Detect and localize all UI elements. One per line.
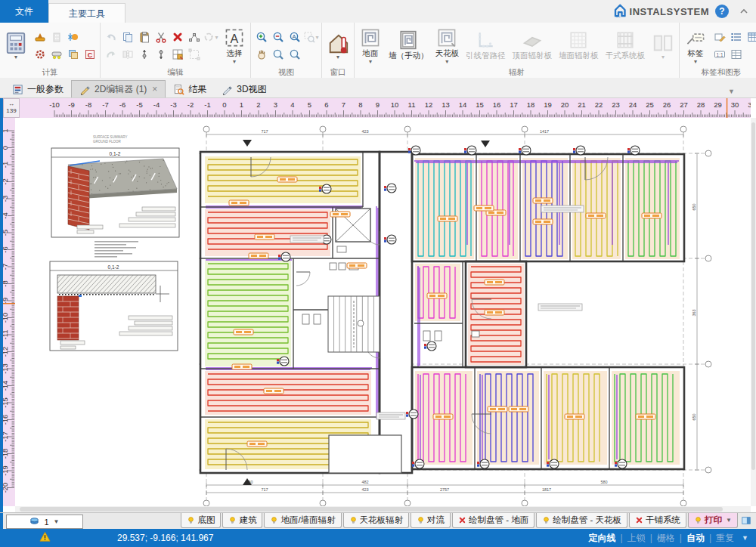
layer-tab-对流[interactable]: 对流 <box>411 513 451 528</box>
svg-text:-5: -5 <box>136 100 142 109</box>
doc-tab-3D视图[interactable]: 3D视图 <box>214 81 274 97</box>
layer-tab-绘制盘管 - 天花板[interactable]: 绘制盘管 - 天花板 <box>536 513 627 528</box>
layer-tab-绘制盘管 - 地面[interactable]: 绘制盘管 - 地面 <box>452 513 534 528</box>
listicon-button[interactable] <box>728 29 744 45</box>
gridicon-button[interactable] <box>728 47 744 63</box>
wallgrid-button[interactable]: 墙面辐射板 <box>556 29 601 62</box>
select-button[interactable]: A选择▾ <box>221 27 248 65</box>
vertical-scrollbar[interactable] <box>751 118 756 506</box>
main-tools-tab[interactable]: 主要工具 <box>48 3 125 23</box>
wallgrid-icon <box>569 30 588 50</box>
svg-text:-3: -3 <box>3 196 9 202</box>
leadpath-button[interactable]: 引线管路径 <box>463 29 508 62</box>
ceilpanel-button[interactable]: 天花板▾ <box>433 27 462 65</box>
window-view-button[interactable]: ▾ <box>324 31 352 60</box>
paste-button[interactable] <box>136 29 152 45</box>
ruler-options-dropdown-icon[interactable]: ▼ <box>728 88 735 95</box>
status-toggle-自动[interactable]: 自动 <box>686 532 705 545</box>
svg-text:14: 14 <box>459 100 467 109</box>
calculate-button[interactable]: ▾ <box>2 31 29 60</box>
delx-button[interactable] <box>169 29 185 45</box>
delx-icon <box>172 31 184 43</box>
mirror-button[interactable] <box>119 47 135 63</box>
layer-tab-干铺系统[interactable]: 干铺系统 <box>629 513 686 528</box>
alignh-button[interactable] <box>153 47 169 63</box>
smallpanel-button[interactable]: ▾ <box>649 31 677 60</box>
layer-tab-地面/墙面辐射[interactable]: 地面/墙面辐射 <box>264 513 341 528</box>
warning-icon[interactable] <box>39 531 51 545</box>
status-toggle-栅格[interactable]: 栅格 <box>657 532 675 545</box>
svg-text:-3: -3 <box>170 100 176 109</box>
zoomout-icon <box>272 31 284 43</box>
selectA-icon: A <box>225 28 244 48</box>
collapse-ribbon-icon[interactable] <box>738 6 750 17</box>
ruler-corner[interactable]: ↔139 <box>3 98 20 118</box>
tag-button[interactable]: 标签▾ <box>682 27 709 65</box>
alignv-button[interactable] <box>136 47 152 63</box>
svg-text:0: 0 <box>222 100 226 109</box>
floor-selector[interactable]: 1 ▼ <box>6 515 83 529</box>
help-icon[interactable]: ? <box>715 5 729 18</box>
climate-button[interactable] <box>65 29 81 45</box>
wallman-button[interactable]: 墙（手动） <box>386 29 431 62</box>
tool-button[interactable] <box>32 29 48 45</box>
plan-canvas[interactable]: 7174231417460482580717423275718176503636… <box>15 118 751 506</box>
zoomin-button[interactable] <box>253 29 269 45</box>
tableicon-button[interactable] <box>745 29 756 45</box>
building-button[interactable] <box>48 29 64 45</box>
zoomout-button[interactable] <box>270 29 286 45</box>
rotate-button[interactable]: ▾ <box>203 29 218 45</box>
svg-text:18: 18 <box>527 100 535 109</box>
drypanel-button[interactable]: 干式系统板 <box>603 29 648 62</box>
gridsnap-button[interactable] <box>169 47 185 63</box>
bulb-icon <box>187 516 195 524</box>
zoomall-button[interactable]: A <box>287 29 302 45</box>
svg-text:-2: -2 <box>3 178 9 184</box>
svg-text:-14: -14 <box>3 381 9 391</box>
nodes-button[interactable] <box>186 29 202 45</box>
doc-tab-结果[interactable]: 结果 <box>166 81 214 97</box>
layer-tab-建筑[interactable]: 建筑 <box>222 513 262 528</box>
svg-text:22: 22 <box>595 100 603 109</box>
copy-button[interactable] <box>119 29 135 45</box>
status-toggle-定向线[interactable]: 定向线 <box>589 532 616 545</box>
svg-text:A: A <box>231 31 239 45</box>
panel-toggle-icon[interactable] <box>741 515 751 529</box>
pipes-button[interactable] <box>48 47 64 63</box>
ribbon: ▾C计算▾A选择▾编辑A▾视图▾窗口地面▾墙（手动）天花板▾引线管路径顶面辐射板… <box>0 23 756 79</box>
svg-text:10: 10 <box>391 100 399 109</box>
editlabel-button[interactable] <box>711 29 727 45</box>
status-toggle-上锁[interactable]: 上锁 <box>627 532 646 545</box>
maglens-button[interactable] <box>287 47 302 63</box>
exportc-button[interactable]: C <box>82 47 98 63</box>
doc-tab-一般参数[interactable]: 一般参数 <box>5 81 71 97</box>
file-menu-tab[interactable]: 文件 <box>0 0 48 23</box>
print-dropdown-icon[interactable]: ▼ <box>726 517 732 524</box>
kvbox-button[interactable]: 1:1 <box>711 47 727 63</box>
status-dropdown-icon[interactable]: ▼ <box>742 534 748 542</box>
layer-tab-底图[interactable]: 底图 <box>181 513 221 528</box>
floorpanel-button[interactable]: 地面▾ <box>357 27 384 65</box>
redo-button[interactable] <box>103 47 119 63</box>
cut-button[interactable] <box>153 29 169 45</box>
horizontal-ruler[interactable]: -10-9-8-7-6-5-4-3-2-10123456789101112131… <box>20 98 751 119</box>
zoomwin-button[interactable]: ▾ <box>303 29 319 45</box>
copyres-button[interactable] <box>65 47 81 63</box>
undo-icon <box>105 31 117 43</box>
layer-tab-天花板辐射[interactable]: 天花板辐射 <box>343 513 410 528</box>
svg-text:-7: -7 <box>102 100 108 109</box>
vertical-ruler[interactable]: -20-19-18-17-16-15-14-13-12-11-10-9-8-7-… <box>3 118 16 506</box>
slab-button[interactable]: 顶面辐射板 <box>510 29 555 62</box>
doc-tab-2D编辑器 (1)[interactable]: 2D编辑器 (1)× <box>71 80 166 97</box>
close-tab-icon[interactable]: × <box>152 84 157 94</box>
layer-tab-打印[interactable]: 打印▼ <box>688 513 738 528</box>
horizontal-scrollbar[interactable] <box>15 506 751 512</box>
undo-button[interactable] <box>103 29 119 45</box>
pan-icon <box>256 48 268 60</box>
svg-text:4: 4 <box>290 100 294 109</box>
transform-button[interactable] <box>186 47 202 63</box>
gear-button[interactable] <box>32 47 48 63</box>
pan-button[interactable] <box>253 47 269 63</box>
status-toggle-重复[interactable]: 重复 <box>716 532 734 545</box>
maglens-button[interactable] <box>270 47 286 63</box>
